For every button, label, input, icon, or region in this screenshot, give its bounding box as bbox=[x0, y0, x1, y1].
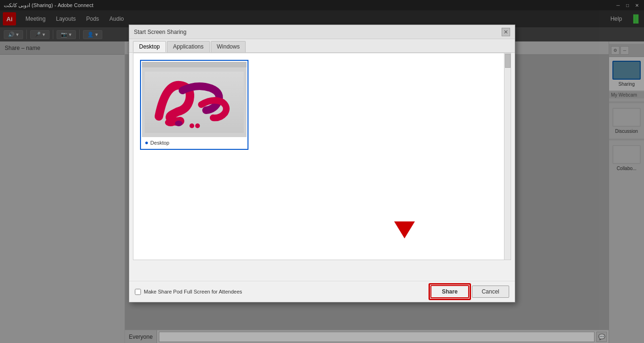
window-controls: ─ □ ✕ bbox=[615, 2, 640, 8]
maximize-button[interactable]: □ bbox=[624, 2, 631, 8]
desktop-preview-image bbox=[142, 62, 247, 137]
tab-applications[interactable]: Applications bbox=[167, 41, 210, 52]
thumb-top-bar bbox=[142, 62, 247, 67]
dialog-footer: Make Share Pod Full Screen for Attendees… bbox=[129, 281, 515, 302]
down-arrow-icon bbox=[394, 221, 415, 238]
svg-point-3 bbox=[190, 123, 194, 128]
desktop-thumb-label: ● Desktop bbox=[142, 137, 247, 148]
minimize-button[interactable]: ─ bbox=[615, 2, 621, 8]
modal-overlay: Start Screen Sharing ✕ Desktop Applicati… bbox=[0, 10, 644, 343]
share-button[interactable]: Share bbox=[430, 285, 469, 298]
tab-windows[interactable]: Windows bbox=[211, 41, 246, 52]
titlebar: ادوبی کانکت (Sharing) - Adobe Connect ─ … bbox=[0, 0, 644, 10]
scrollbar-thumb[interactable] bbox=[505, 54, 511, 68]
fullscreen-label: Make Share Pod Full Screen for Attendees bbox=[144, 289, 242, 294]
dialog-close-button[interactable]: ✕ bbox=[502, 28, 510, 36]
title-text: ادوبی کانکت (Sharing) - Adobe Connect bbox=[4, 2, 93, 8]
svg-point-1 bbox=[165, 119, 176, 126]
close-button[interactable]: ✕ bbox=[634, 2, 640, 8]
dialog-title: Start Screen Sharing bbox=[134, 29, 186, 35]
tab-desktop[interactable]: Desktop bbox=[133, 41, 166, 52]
dialog-scrollbar[interactable] bbox=[504, 53, 511, 260]
share-button-wrapper: Share bbox=[430, 285, 469, 298]
dialog-tabs: Desktop Applications Windows bbox=[129, 39, 515, 53]
dialog-titlebar: Start Screen Sharing ✕ bbox=[129, 25, 515, 39]
arabic-logo-svg bbox=[145, 72, 244, 133]
fullscreen-checkbox-area: Make Share Pod Full Screen for Attendees bbox=[135, 289, 242, 295]
screen-sharing-dialog: Start Screen Sharing ✕ Desktop Applicati… bbox=[129, 24, 515, 302]
cancel-button[interactable]: Cancel bbox=[472, 286, 509, 298]
svg-point-2 bbox=[175, 121, 182, 126]
desktop-label-text: Desktop bbox=[150, 140, 169, 146]
desktop-thumbnail-item[interactable]: ● Desktop bbox=[140, 60, 248, 150]
svg-point-4 bbox=[195, 123, 200, 128]
arabic-text-display bbox=[142, 67, 247, 137]
app-title: ادوبی کانکت (Sharing) - Adobe Connect bbox=[4, 2, 93, 8]
footer-buttons: Share Cancel bbox=[430, 285, 509, 298]
share-arrow-indicator bbox=[82, 221, 468, 238]
fullscreen-checkbox[interactable] bbox=[135, 289, 141, 295]
